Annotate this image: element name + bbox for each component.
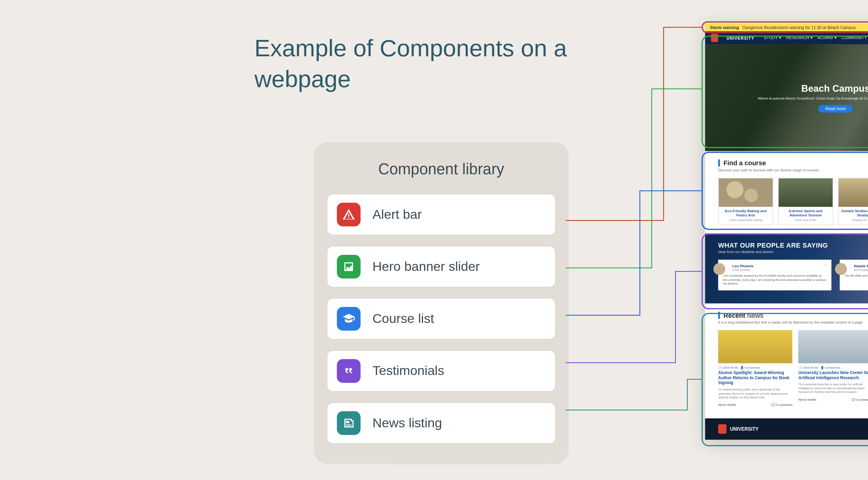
graduation-cap-icon — [337, 307, 361, 331]
page-title: Example of Components on a webpage — [254, 33, 586, 95]
preview-alert-bar: Storm warningDangerous thunderstorm warn… — [705, 24, 868, 31]
component-hero-banner-slider[interactable]: Hero banner slider — [327, 246, 556, 287]
preview-news-listing: Recent News ‹› It is a long established … — [705, 303, 868, 418]
hero-cta-button[interactable]: Read more — [818, 105, 853, 112]
quote-icon — [337, 359, 361, 383]
component-alert-bar[interactable]: Alert bar — [327, 194, 556, 235]
shield-icon — [711, 34, 718, 42]
panel-title: Component library — [327, 160, 556, 178]
avatar — [835, 263, 847, 275]
course-card[interactable]: Extreme Sports and Adventure TourismPush… — [778, 178, 833, 225]
news-card[interactable]: 🕒 2023-05-09 👤 Anonymous Alumni Spotligh… — [718, 330, 792, 410]
webpage-preview: Storm warningDangerous thunderstorm warn… — [705, 24, 868, 440]
course-card[interactable]: Zombie Studies and Survival StrategiesPr… — [838, 178, 868, 225]
preview-course-list: Find a course ‹› Discover your path to s… — [705, 151, 868, 234]
preview-hero: Beach Campus Where Academia Meets Oceanf… — [705, 44, 868, 151]
preview-footer: UNIVERSITY Donate — [705, 418, 868, 440]
component-label: Alert bar — [373, 207, 422, 222]
component-label: Course list — [373, 311, 434, 327]
testimonial-card: ” Leo Phoenix Grad Student I am constant… — [718, 260, 831, 290]
component-library-panel: Component library Alert bar Hero banner … — [314, 142, 569, 464]
shield-icon — [718, 424, 726, 434]
news-icon — [337, 411, 361, 435]
preview-testimonials: WHAT OUR PEOPLE ARE SAYING Hear from our… — [705, 234, 868, 303]
component-label: Hero banner slider — [373, 259, 480, 274]
news-card[interactable]: 🕒 2023-05-09 👤 Anonymous University Laun… — [798, 330, 868, 410]
alert-icon — [337, 203, 361, 227]
course-card[interactable]: Eco-Friendly Baking and Pastry ArtsLearn… — [718, 178, 773, 225]
component-label: News listing — [373, 415, 442, 431]
component-news-listing[interactable]: News listing — [327, 402, 556, 444]
preview-navbar: UNIVERSITY STUDY ▾ RESEARCH ▾ ALUMNI ▾ C… — [705, 32, 868, 44]
nav-brand: UNIVERSITY — [726, 36, 754, 40]
component-label: Testimonials — [373, 363, 444, 379]
testimonial-card: ” Natalie McGeach Word Steward The life … — [840, 260, 868, 290]
component-course-list[interactable]: Course list — [327, 298, 556, 340]
image-icon — [337, 255, 361, 278]
nav-links: STUDY ▾ RESEARCH ▾ ALUMNI ▾ COMMUNITY ▾ … — [764, 35, 868, 40]
component-testimonials[interactable]: Testimonials — [327, 350, 556, 391]
avatar — [714, 263, 725, 275]
